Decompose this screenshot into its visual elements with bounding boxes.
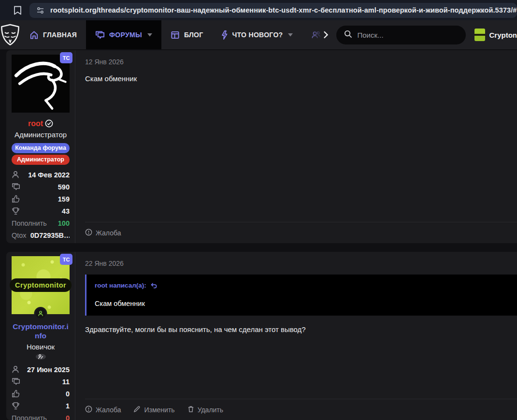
nav-label-forums: ФОРУМЫ bbox=[109, 31, 142, 39]
qtox-value: 0D72935B… bbox=[30, 232, 70, 239]
post-date[interactable]: 12 Янв 2026 bbox=[85, 58, 517, 66]
nav-overflow-chevron-right-icon[interactable] bbox=[322, 31, 332, 39]
like-icon bbox=[12, 195, 21, 203]
quote-jump-arrow-icon[interactable] bbox=[151, 283, 157, 289]
author-panel: ТС root Администратор Команда форума Адм… bbox=[6, 50, 75, 243]
user-icon bbox=[12, 171, 21, 179]
delete-action[interactable]: Удалить bbox=[187, 406, 223, 414]
report-icon bbox=[85, 406, 92, 414]
user-title: Новичок bbox=[27, 343, 55, 351]
nav-item-users[interactable]: ПОЛЬЗО bbox=[302, 20, 322, 49]
search-input[interactable] bbox=[358, 31, 458, 39]
stat-topup: Пополнить 0 bbox=[12, 412, 70, 420]
forum-post-1: ТС root Администратор Команда форума Адм… bbox=[6, 50, 517, 243]
report-action[interactable]: Жалоба bbox=[85, 406, 121, 414]
quote-block: root написал(а): Скам обменник bbox=[85, 275, 517, 316]
avatar-root[interactable]: ТС bbox=[12, 55, 70, 113]
edit-action[interactable]: Изменить bbox=[133, 406, 174, 414]
like-icon bbox=[12, 390, 21, 398]
stat-joined: 14 Фев 2022 bbox=[12, 169, 70, 181]
user-title: Администратор bbox=[14, 130, 67, 139]
site-logo-mask-icon[interactable] bbox=[0, 24, 20, 46]
username-cryptomonitor[interactable]: Cryptomonitor.info bbox=[12, 322, 70, 340]
topic-starter-badge: ТС bbox=[60, 52, 72, 63]
topic-starter-badge: ТС bbox=[60, 254, 72, 265]
chevron-down-icon[interactable] bbox=[147, 33, 152, 37]
account-avatar bbox=[474, 29, 485, 41]
telegram-row[interactable] bbox=[12, 242, 70, 243]
account-chip[interactable]: Crypton bbox=[474, 29, 517, 41]
quote-attribution[interactable]: root написал(а): bbox=[95, 282, 509, 289]
nav-item-forums[interactable]: ФОРУМЫ bbox=[86, 20, 161, 49]
topup-label[interactable]: Пополнить bbox=[12, 414, 47, 420]
post-date[interactable]: 22 Янв 2026 bbox=[85, 260, 517, 267]
forum-post-2: Cryptomonitor ТС Cryptomonitor.info Нови… bbox=[6, 252, 517, 420]
trophy-icon bbox=[12, 402, 21, 410]
post-content-area: 12 Янв 2026 Скам обменник Жалоба bbox=[75, 50, 517, 243]
user-icon bbox=[12, 365, 21, 374]
online-indicator-icon bbox=[34, 307, 47, 320]
nav-label-whats-new: ЧТО НОВОГО? bbox=[232, 31, 283, 39]
rank-icon bbox=[36, 354, 46, 360]
search-icon bbox=[344, 30, 352, 40]
edit-pencil-icon bbox=[133, 406, 141, 414]
report-action[interactable]: Жалоба bbox=[85, 229, 121, 237]
stat-points: 43 bbox=[12, 205, 70, 217]
account-name: Crypton bbox=[489, 31, 517, 39]
blog-icon bbox=[171, 30, 180, 40]
topup-value: 100 bbox=[58, 219, 70, 227]
topup-label[interactable]: Пополнить bbox=[12, 219, 47, 227]
search-box[interactable] bbox=[336, 26, 466, 44]
nav-item-whats-new[interactable]: ЧТО НОВОГО? bbox=[212, 20, 302, 49]
author-panel: Cryptomonitor ТС Cryptomonitor.info Нови… bbox=[6, 252, 75, 420]
trash-icon bbox=[187, 406, 194, 414]
qtox-label: Qtox bbox=[12, 232, 27, 239]
user-stats: 27 Июн 2025 11 0 bbox=[12, 363, 70, 420]
nav-label-blog: БЛОГ bbox=[184, 31, 203, 39]
nav-item-blog[interactable]: БЛОГ bbox=[161, 20, 213, 49]
badge-administrator: Администратор bbox=[12, 155, 70, 165]
messages-icon bbox=[12, 183, 21, 191]
user-badges: Команда форума Администратор bbox=[12, 143, 70, 165]
users-icon bbox=[311, 30, 321, 39]
post-body: Скам обменник bbox=[85, 73, 517, 84]
stat-reactions: 0 bbox=[12, 388, 70, 400]
stat-joined: 27 Июн 2025 bbox=[12, 363, 70, 376]
address-bar[interactable]: rootsploit.org/threads/cryptomonitor-ваш… bbox=[29, 3, 517, 18]
browser-bar: rootsploit.org/threads/cryptomonitor-ваш… bbox=[0, 0, 517, 20]
user-stats: 14 Фев 2022 590 159 bbox=[12, 169, 70, 243]
post-body: Здравствуйте, могли бы вы пояснить, на ч… bbox=[85, 324, 517, 334]
topup-value: 0 bbox=[66, 414, 70, 420]
post-footer: Жалоба Изменить Удалить bbox=[85, 399, 517, 420]
stat-qtox: Qtox 0D72935B… bbox=[12, 229, 70, 242]
thread-posts: ТС root Администратор Команда форума Адм… bbox=[0, 49, 517, 420]
url-text: rootsploit.org/threads/cryptomonitor-ваш… bbox=[50, 6, 517, 14]
stat-messages: 590 bbox=[12, 181, 70, 193]
nav-item-home[interactable]: ГЛАВНАЯ bbox=[20, 20, 86, 49]
messages-icon bbox=[12, 377, 21, 386]
trophy-icon bbox=[12, 207, 21, 215]
chevron-down-icon[interactable] bbox=[288, 33, 293, 37]
post-footer: Жалоба bbox=[85, 222, 517, 243]
site-navbar: ГЛАВНАЯ ФОРУМЫ БЛОГ ЧТО НОВОГО? ПОЛЬЗО bbox=[0, 20, 517, 49]
report-icon bbox=[85, 229, 92, 237]
home-icon bbox=[29, 30, 39, 40]
badge-forum-team: Команда форума bbox=[12, 143, 70, 153]
post-content-area: 22 Янв 2026 root написал(а): Скам обменн… bbox=[75, 252, 517, 420]
verified-check-icon bbox=[45, 119, 53, 128]
lightning-icon bbox=[221, 30, 228, 40]
avatar-logo-text: Cryptomonitor bbox=[10, 278, 72, 292]
forums-icon bbox=[95, 30, 105, 40]
stat-reactions: 159 bbox=[12, 193, 70, 205]
stat-topup: Пополнить 100 bbox=[12, 217, 70, 229]
site-settings-icon[interactable] bbox=[36, 6, 44, 14]
quoted-text: Скам обменник bbox=[95, 300, 509, 307]
avatar-cryptomonitor[interactable]: Cryptomonitor ТС bbox=[12, 256, 70, 314]
stat-messages: 11 bbox=[12, 376, 70, 388]
stat-points: 1 bbox=[12, 400, 70, 412]
nav-label-home: ГЛАВНАЯ bbox=[43, 31, 77, 39]
bookmark-icon[interactable] bbox=[14, 5, 22, 15]
username-root[interactable]: root bbox=[28, 119, 53, 128]
